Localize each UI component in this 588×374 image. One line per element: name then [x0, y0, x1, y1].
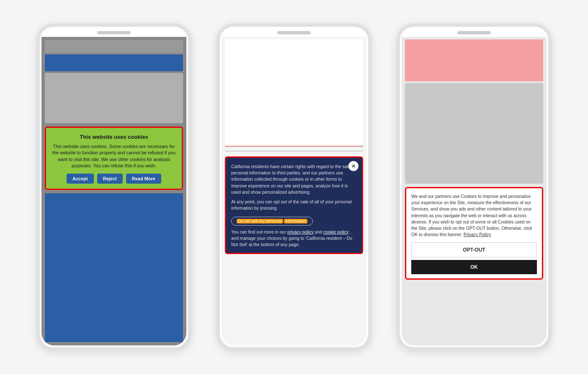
ok-button[interactable]: OK: [411, 260, 537, 274]
opt-out-button[interactable]: OPT-OUT: [411, 242, 537, 257]
reject-button[interactable]: Reject: [97, 174, 123, 184]
phone-1-screen: This website uses cookies This website u…: [41, 37, 186, 345]
dark-banner-footer: You can find out more in our privacy pol…: [231, 229, 357, 248]
dark-banner-para2: At any point, you can opt out of the sal…: [231, 199, 357, 211]
phone-2: × California residents have certain righ…: [217, 23, 371, 351]
white-banner-text: We and our partners use Cookies to impro…: [411, 193, 537, 238]
cookie-text-1: This website uses cookies. Some cookies …: [51, 143, 177, 169]
phone3-pink-block: [405, 39, 543, 81]
accept-button[interactable]: Accept: [67, 174, 94, 184]
phone-2-screen: × California residents have certain righ…: [222, 37, 366, 345]
phone2-red-line: [225, 146, 363, 147]
phone-2-notch: [277, 31, 311, 34]
phone3-gray-block: [405, 83, 543, 184]
phones-container: This website uses cookies This website u…: [0, 15, 588, 359]
phone1-gray-block: [45, 73, 183, 123]
cookie-banner-white: We and our partners use Cookies to impro…: [405, 187, 543, 280]
privacy-policy-link-2[interactable]: privacy policy: [287, 229, 314, 234]
cookie-banner-dark: × California residents have certain righ…: [225, 156, 363, 254]
phone-3-screen: We and our partners use Cookies to impro…: [402, 37, 547, 345]
phone1-gray-top: [45, 40, 183, 53]
phone-1-notch: [97, 31, 131, 34]
do-not-sell-button[interactable]: Do not sell my personal information: [231, 217, 313, 226]
cookie-policy-link[interactable]: cookie policy: [323, 229, 348, 234]
privacy-policy-link-3[interactable]: Privacy Policy: [464, 232, 491, 237]
phone-3-notch: [457, 31, 491, 34]
cookie-banner-green: This website uses cookies This website u…: [45, 127, 183, 190]
dark-banner-para1: California residents have certain rights…: [231, 164, 357, 195]
phone2-white-block: [225, 39, 363, 144]
phone-1: This website uses cookies This website u…: [36, 23, 191, 351]
phone1-blue-bar: [45, 55, 183, 71]
cookie-buttons-1: Accept Reject Read More: [51, 174, 177, 184]
read-more-button[interactable]: Read More: [126, 174, 161, 184]
close-button[interactable]: ×: [348, 161, 358, 171]
phone2-line: [225, 151, 363, 151]
cookie-title-1: This website uses cookies: [51, 134, 177, 140]
phone-3: We and our partners use Cookies to impro…: [397, 23, 552, 351]
phone1-blue-bottom: [45, 193, 183, 342]
